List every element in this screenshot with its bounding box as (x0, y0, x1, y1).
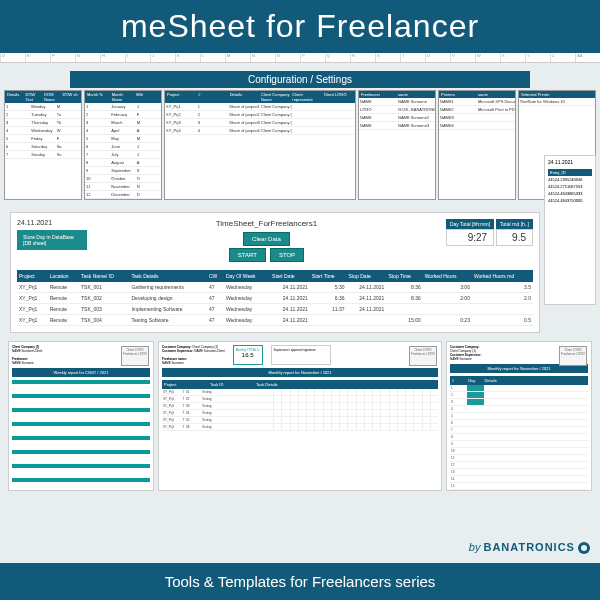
footer-band: Tools & Templates for Freelancers series (0, 563, 600, 600)
spreadsheet-ruler: DEFGHIJKLMNOPQRSTUVWXYZAA (0, 53, 600, 63)
config-panel: Month %Month NameMth1JanuaryJ2FebruaryF3… (84, 90, 162, 200)
monthly-report-thumb: Client LOGOFreelancer LOGO Customer Comp… (158, 341, 442, 491)
gear-icon (578, 542, 590, 554)
table-row[interactable]: XY_Prj1RemoteTSK_002Developing design47W… (17, 293, 533, 304)
day-total-value: 9:27 (446, 229, 494, 246)
brand-credit: by BANATRONICS (469, 541, 590, 554)
total-rnd-value: 9.5 (496, 229, 533, 246)
timesheet-table: ProjectLocationTask Name/ IDTask Details… (17, 270, 533, 326)
start-button[interactable]: START (229, 248, 266, 262)
footer-text: Tools & Templates for Freelancers series (165, 573, 436, 590)
config-panel: PrinterssameNAME1Microsoft XPS Document … (438, 90, 516, 200)
config-title-bar: Configuration / Settings (70, 71, 530, 88)
sheet-title: TimeSheet_ForFreelancers1 (87, 219, 446, 228)
stop-button[interactable]: STOP (270, 248, 304, 262)
entry-side-panel: 24.11.2021 Entry_ID 44524.23952400464452… (544, 155, 596, 305)
report-thumbnails: Client LOGOFreelancer LOGO Client Compan… (0, 341, 600, 491)
clear-button[interactable]: Clear Data (243, 232, 290, 246)
sheet-date: 24.11.2021 (17, 219, 87, 226)
day-total-label: Day Total [hh:mm] (446, 219, 494, 229)
table-row[interactable]: XY_Prj1RemoteTSK_004Testing Software47We… (17, 315, 533, 326)
config-panel: DetailsDOW TextDOW NameDOW sh1MondayM2Tu… (4, 90, 82, 200)
store-button[interactable]: Store Day in DataBase [DB sheet] (17, 230, 87, 250)
page-title-band: meSheet for Freelancer (0, 0, 600, 53)
entry-id-header: Entry_ID (548, 169, 592, 176)
config-panels: DetailsDOW TextDOW NameDOW sh1MondayM2Tu… (0, 90, 600, 200)
table-row[interactable]: XY_Prj1RemoteTSK_003Implementing Softwar… (17, 304, 533, 315)
monthly-detail-thumb: Client LOGOFreelancer LOGO Customer Comp… (446, 341, 592, 491)
table-row[interactable]: XY_Prj1RemoteTSK_001Gathering requiremen… (17, 282, 533, 293)
config-panel: FreelancersameNAMENAME SurnameLOGOG:\28.… (358, 90, 436, 200)
side-date: 24.11.2021 (548, 159, 592, 165)
config-panel: Project#DetailsClient Company NameClient… (164, 90, 356, 200)
page-title: meSheet for Freelancer (121, 8, 479, 44)
total-rnd-label: Total rnd [h..] (496, 219, 533, 229)
timesheet-main: 24.11.2021 Store Day in DataBase [DB she… (10, 212, 540, 333)
weekly-report-thumb: Client LOGOFreelancer LOGO Client Compan… (8, 341, 154, 491)
